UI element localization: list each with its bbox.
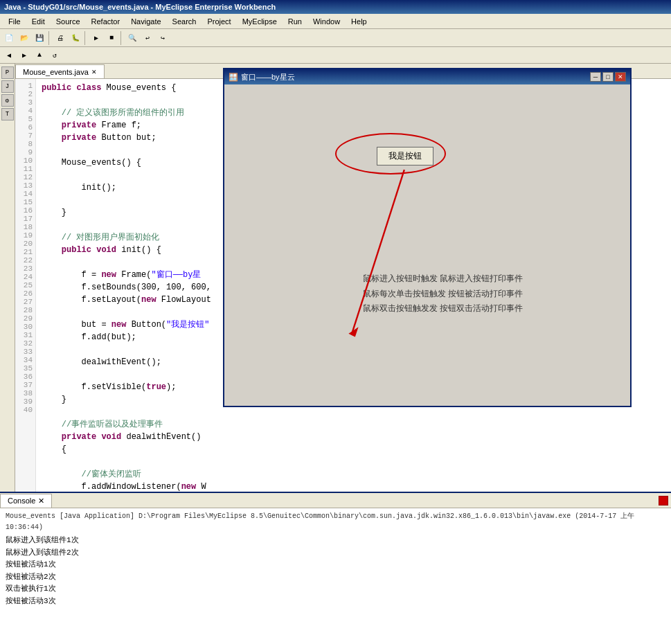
float-window-controls: ─ □ ✕ <box>590 72 626 82</box>
float-body: 我是按钮 鼠标进入按钮时触发 鼠标进入按钮打印事件 鼠标每次单击按钮触发 按钮被… <box>224 84 630 406</box>
tab-label: Mouse_events.java <box>23 68 89 76</box>
ref-btn[interactable]: ↩ <box>140 30 155 46</box>
menu-file[interactable]: File <box>3 16 26 27</box>
menu-run[interactable]: Run <box>283 16 307 27</box>
annotation-line-2: 鼠标每次单击按钮触发 按钮被活动打印事件 <box>363 287 523 302</box>
annotation-line-1: 鼠标进入按钮时触发 鼠标进入按钮打印事件 <box>363 271 523 287</box>
tab-close-icon[interactable]: ✕ <box>91 69 97 75</box>
float-window: 🪟 窗口——by星云 ─ □ ✕ 我是按钮 <box>223 68 632 407</box>
annotations-text: 鼠标进入按钮时触发 鼠标进入按钮打印事件 鼠标每次单击按钮触发 按钮被活动打印事… <box>363 271 523 316</box>
menu-edit[interactable]: Edit <box>26 16 51 27</box>
toolbar-main: 📄 📂 💾 🖨 🐛 ▶ ■ 🔍 ↩ ↪ <box>0 29 671 47</box>
float-title-text: 🪟 窗口——by星云 <box>229 72 295 82</box>
menu-refactor[interactable]: Refactor <box>86 16 126 27</box>
menu-help[interactable]: Help <box>346 16 373 27</box>
float-minimize-btn[interactable]: ─ <box>590 72 601 82</box>
main-area: P J ⚙ T Mouse_events.java ✕ 12345 678910… <box>0 64 671 644</box>
search2-btn[interactable]: 🔍 <box>125 30 140 46</box>
open-btn[interactable]: 📂 <box>17 30 32 46</box>
menu-navigate[interactable]: Navigate <box>125 16 166 27</box>
save-btn[interactable]: 💾 <box>32 30 47 46</box>
title-text: Java - StudyG01/src/Mouse_events.java - … <box>4 3 276 11</box>
console-tab[interactable]: Console ✕ <box>0 494 52 508</box>
console-line-6: 按钮被活动3次 <box>6 596 665 608</box>
console-tab-label: Console <box>8 497 35 505</box>
console-content: Mouse_events [Java Application] D:\Progr… <box>0 508 671 644</box>
console-controls <box>659 496 671 506</box>
annotation-line-3: 鼠标双击按钮触发发 按钮双击活动打印事件 <box>363 301 523 316</box>
left-sidebar: P J ⚙ T <box>0 64 15 492</box>
content-area: P J ⚙ T Mouse_events.java ✕ 12345 678910… <box>0 64 671 492</box>
back-btn[interactable]: ◀ <box>1 48 17 63</box>
float-close-btn[interactable]: ✕ <box>615 72 626 82</box>
sidebar-icon-2[interactable]: J <box>1 80 14 93</box>
debug-btn[interactable]: 🐛 <box>68 30 83 46</box>
float-title-bar: 🪟 窗口——by星云 ─ □ ✕ <box>224 69 630 84</box>
run-btn[interactable]: ▶ <box>89 30 104 46</box>
console-line-3: 按钮被活动1次 <box>6 559 665 571</box>
new-btn[interactable]: 📄 <box>1 30 17 46</box>
float-window-title: 窗口——by星云 <box>241 72 295 82</box>
svg-marker-1 <box>348 327 358 337</box>
console-line-5: 双击被执行1次 <box>6 583 665 596</box>
fwd-btn[interactable]: ↪ <box>155 30 170 46</box>
console-stop-btn[interactable] <box>659 496 668 506</box>
editor-tab-mouse-events[interactable]: Mouse_events.java ✕ <box>15 64 105 78</box>
menu-window[interactable]: Window <box>307 16 346 27</box>
console-area: Console ✕ Mouse_events [Java Application… <box>0 492 671 644</box>
console-line-1: 鼠标进入到该组件1次 <box>6 535 665 547</box>
line-numbers: 12345 678910 1112131415 1617181920 21222… <box>15 79 36 492</box>
console-tab-bar: Console ✕ <box>0 493 671 508</box>
sidebar-icon-1[interactable]: P <box>1 66 14 79</box>
sidebar-icon-3[interactable]: ⚙ <box>1 94 14 107</box>
oval-annotation <box>335 133 446 175</box>
sep3 <box>120 31 123 45</box>
sep2 <box>84 31 87 45</box>
menu-search[interactable]: Search <box>167 16 202 27</box>
toolbar-secondary: ◀ ▶ ▲ ↺ <box>0 47 671 64</box>
console-line-2: 鼠标进入到该组件2次 <box>6 547 665 560</box>
refresh-btn[interactable]: ↺ <box>47 48 62 63</box>
menu-source[interactable]: Source <box>51 16 86 27</box>
float-window-icon: 🪟 <box>229 73 238 82</box>
console-header: Mouse_events [Java Application] D:\Progr… <box>6 511 665 533</box>
menu-myeclipse[interactable]: MyEclipse <box>237 16 283 27</box>
print-btn[interactable]: 🖨 <box>53 30 68 46</box>
arrow-diagram <box>224 84 630 406</box>
sidebar-icon-4[interactable]: T <box>1 108 14 120</box>
menu-bar: File Edit Source Refactor Navigate Searc… <box>0 14 671 29</box>
up-btn[interactable]: ▲ <box>32 48 47 63</box>
console-tab-close[interactable]: ✕ <box>38 497 44 506</box>
title-bar: Java - StudyG01/src/Mouse_events.java - … <box>0 0 671 14</box>
forward-btn[interactable]: ▶ <box>17 48 32 63</box>
sep1 <box>48 31 51 45</box>
editor-area: Mouse_events.java ✕ 12345 678910 1112131… <box>15 64 671 492</box>
console-line-4: 按钮被活动2次 <box>6 571 665 584</box>
menu-project[interactable]: Project <box>202 16 236 27</box>
float-maximize-btn[interactable]: □ <box>602 72 614 82</box>
stop-btn[interactable]: ■ <box>104 30 119 46</box>
